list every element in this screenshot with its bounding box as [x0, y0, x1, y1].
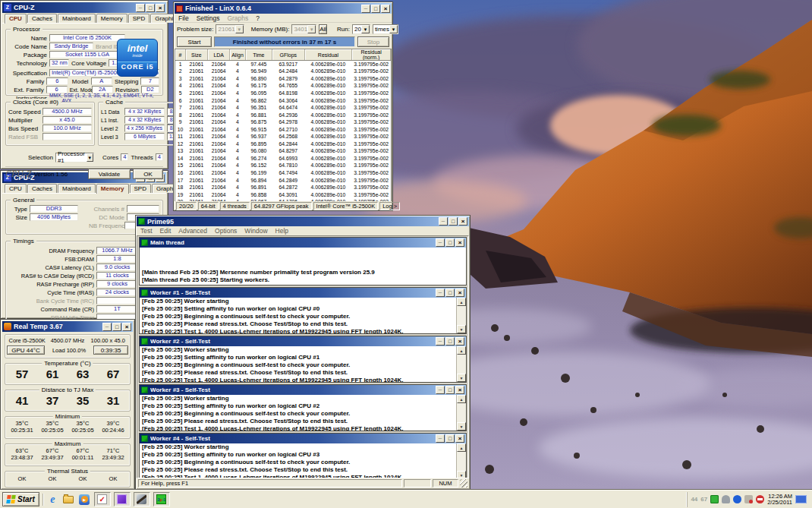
menu-graphs[interactable]: Graphs	[227, 14, 248, 22]
memory-dropdown[interactable]: 3401▼	[291, 24, 316, 34]
maximize-icon[interactable]	[445, 238, 455, 247]
keyboard-layout-icon[interactable]	[795, 495, 807, 503]
child-titlebar[interactable]: Worker #1 - Self-Test	[140, 288, 466, 298]
scroll-down-icon[interactable]	[457, 325, 466, 333]
close-icon[interactable]	[455, 289, 464, 297]
start-button[interactable]: Start	[177, 36, 212, 47]
minimize-icon[interactable]	[436, 238, 445, 247]
tab-memory[interactable]: Memory	[96, 184, 129, 194]
column-header-align[interactable]: Align	[230, 49, 245, 61]
media-player-icon[interactable]: ▶	[78, 493, 91, 506]
column-header-[interactable]: #	[175, 49, 185, 61]
child-titlebar[interactable]: Main thread	[140, 238, 466, 248]
close-icon[interactable]	[381, 5, 390, 13]
start-button[interactable]: Start	[2, 492, 39, 506]
prime95-taskbar-button[interactable]: 2p-1	[153, 492, 170, 506]
close-icon[interactable]	[458, 217, 467, 226]
volume-muted-icon[interactable]	[744, 495, 753, 503]
menu-test[interactable]: Test	[140, 227, 153, 235]
processor-selection-dropdown[interactable]: Processor #1▼	[55, 153, 94, 162]
prime95-titlebar[interactable]: Prime95	[137, 216, 469, 226]
chevron-down-icon[interactable]: ▼	[361, 25, 370, 33]
tab-cpu[interactable]: CPU	[5, 14, 27, 24]
maximize-icon[interactable]	[445, 289, 455, 297]
scroll-up-icon[interactable]	[457, 298, 466, 306]
run-unit-dropdown[interactable]: times▼	[373, 24, 398, 34]
child-titlebar[interactable]: Worker #2 - Self-Test	[140, 336, 466, 346]
tab-caches[interactable]: Caches	[27, 184, 57, 193]
linx-status-log-button[interactable]: Log >	[379, 202, 400, 210]
column-header-residual[interactable]: Residual	[304, 49, 352, 61]
maximize-icon[interactable]	[112, 323, 121, 331]
safely-remove-icon[interactable]	[756, 495, 764, 503]
scroll-up-icon[interactable]	[457, 346, 466, 355]
ok-button[interactable]: OK	[133, 169, 163, 179]
minimize-icon[interactable]	[436, 289, 445, 297]
menu-edit[interactable]: Edit	[160, 227, 172, 235]
column-header-residual-norm[interactable]: Residual (norm.)	[352, 49, 391, 61]
maximize-icon[interactable]	[445, 337, 455, 346]
timer-button[interactable]: 0:39:35	[93, 346, 128, 355]
close-icon[interactable]	[156, 4, 165, 12]
tab-cpu[interactable]: CPU	[5, 184, 27, 193]
problem-size-dropdown[interactable]: 21061▼	[216, 24, 244, 34]
resize-grip[interactable]	[460, 479, 467, 487]
menu-file[interactable]: File	[178, 14, 189, 22]
menu-[interactable]: ?	[256, 14, 260, 22]
maximize-icon[interactable]	[448, 217, 458, 226]
minimize-icon[interactable]	[436, 386, 445, 394]
all-button[interactable]: All	[319, 24, 327, 34]
maximize-icon[interactable]	[445, 434, 455, 443]
cpuz-taskbar-button[interactable]	[114, 492, 131, 506]
column-header-size[interactable]: Size	[185, 49, 207, 61]
minimize-icon[interactable]	[436, 434, 445, 443]
menu-help[interactable]: Help	[275, 227, 288, 235]
minimize-icon[interactable]	[436, 337, 445, 346]
scroll-up-icon[interactable]	[457, 443, 466, 452]
chevron-down-icon[interactable]: ▼	[87, 153, 93, 162]
tab-mainboard[interactable]: Mainboard	[58, 184, 96, 193]
network-icon[interactable]	[710, 495, 719, 503]
validate-button[interactable]: Validate	[88, 169, 131, 179]
scroll-up-icon[interactable]	[457, 395, 466, 403]
close-icon[interactable]	[455, 238, 464, 247]
tab-memory[interactable]: Memory	[96, 14, 127, 23]
maximize-icon[interactable]	[146, 4, 155, 12]
minimize-icon[interactable]	[439, 217, 448, 226]
column-header-time[interactable]: Time	[245, 49, 272, 61]
folder-icon[interactable]	[62, 493, 75, 506]
maximize-icon[interactable]	[371, 5, 380, 13]
tab-spd[interactable]: SPD	[128, 14, 149, 23]
cpuz-cpu-titlebar[interactable]: Z CPU-Z	[2, 2, 166, 13]
minimize-icon[interactable]	[102, 323, 112, 331]
tab-mainboard[interactable]: Mainboard	[58, 14, 96, 23]
realtemp-taskbar-button[interactable]: ✓	[94, 492, 111, 506]
run-count-dropdown[interactable]: 20▼	[352, 24, 370, 34]
close-icon[interactable]	[455, 386, 464, 394]
menu-window[interactable]: Window	[244, 227, 267, 235]
taskbar-clock[interactable]: 12:26 AM 2/25/2011	[767, 494, 792, 506]
child-titlebar[interactable]: Worker #3 - Self-Test	[140, 385, 466, 395]
stop-button[interactable]: Stop	[357, 36, 389, 47]
usb-device-icon[interactable]	[722, 495, 730, 503]
vertical-scrollbar[interactable]	[456, 443, 466, 478]
close-icon[interactable]	[122, 323, 131, 331]
vertical-scrollbar[interactable]	[456, 346, 466, 382]
close-icon[interactable]	[455, 337, 464, 346]
column-header-lda[interactable]: LDA	[208, 49, 230, 61]
realtemp-titlebar[interactable]: Real Temp 3.67	[2, 321, 133, 332]
internet-explorer-icon[interactable]: e	[46, 493, 59, 506]
tab-spd[interactable]: SPD	[130, 184, 151, 193]
child-titlebar[interactable]: Worker #4 - Self-Test	[140, 434, 466, 443]
scroll-down-icon[interactable]	[457, 422, 466, 431]
vertical-scrollbar[interactable]	[456, 395, 466, 431]
linx-taskbar-button[interactable]	[134, 492, 150, 506]
maximize-icon[interactable]	[445, 386, 455, 394]
minimize-icon[interactable]	[361, 5, 370, 13]
scroll-down-icon[interactable]	[457, 374, 466, 382]
menu-advanced[interactable]: Advanced	[178, 227, 207, 235]
vertical-scrollbar[interactable]	[456, 298, 466, 333]
bluetooth-icon[interactable]	[733, 495, 741, 503]
gpu-temp-button[interactable]: GPU 44°C	[7, 346, 45, 355]
column-header-gflops[interactable]: GFlops	[272, 49, 305, 61]
